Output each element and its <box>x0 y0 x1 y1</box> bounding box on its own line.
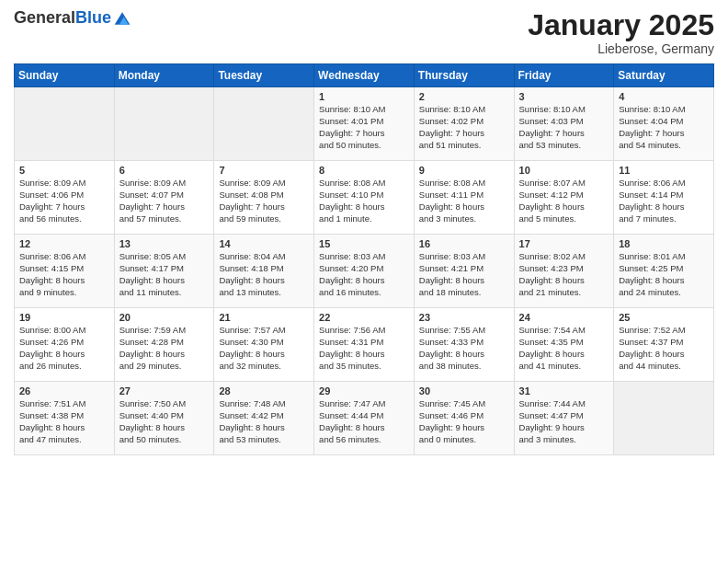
header: GeneralBlue January 2025 Lieberose, Germ… <box>14 9 714 56</box>
calendar-cell: 5Sunrise: 8:09 AM Sunset: 4:06 PM Daylig… <box>15 161 115 235</box>
day-number: 9 <box>419 165 509 176</box>
day-info: Sunrise: 8:01 AM Sunset: 4:25 PM Dayligh… <box>619 251 709 298</box>
day-info: Sunrise: 8:09 AM Sunset: 4:07 PM Dayligh… <box>119 178 210 224</box>
day-number: 19 <box>19 312 109 323</box>
week-row-1: 5Sunrise: 8:09 AM Sunset: 4:06 PM Daylig… <box>15 161 714 235</box>
day-number: 5 <box>19 165 109 176</box>
day-info: Sunrise: 7:51 AM Sunset: 4:38 PM Dayligh… <box>19 398 109 445</box>
day-info: Sunrise: 8:03 AM Sunset: 4:21 PM Dayligh… <box>419 251 509 298</box>
calendar-cell: 25Sunrise: 7:52 AM Sunset: 4:37 PM Dayli… <box>614 308 714 382</box>
day-number: 22 <box>319 312 409 323</box>
day-info: Sunrise: 8:06 AM Sunset: 4:14 PM Dayligh… <box>619 178 709 224</box>
day-number: 7 <box>219 165 309 176</box>
calendar-cell: 17Sunrise: 8:02 AM Sunset: 4:23 PM Dayli… <box>514 235 614 308</box>
logo-blue: Blue <box>75 8 111 27</box>
calendar: Sunday Monday Tuesday Wednesday Thursday… <box>14 63 714 455</box>
day-info: Sunrise: 8:08 AM Sunset: 4:10 PM Dayligh… <box>319 178 409 224</box>
calendar-cell <box>214 87 314 161</box>
day-number: 23 <box>419 312 509 323</box>
calendar-cell: 23Sunrise: 7:55 AM Sunset: 4:33 PM Dayli… <box>414 308 514 382</box>
day-number: 2 <box>419 91 509 102</box>
calendar-cell: 8Sunrise: 8:08 AM Sunset: 4:10 PM Daylig… <box>314 161 415 235</box>
day-info: Sunrise: 8:10 AM Sunset: 4:04 PM Dayligh… <box>619 104 709 151</box>
calendar-cell: 26Sunrise: 7:51 AM Sunset: 4:38 PM Dayli… <box>15 382 115 455</box>
calendar-cell: 6Sunrise: 8:09 AM Sunset: 4:07 PM Daylig… <box>114 161 214 235</box>
calendar-cell: 27Sunrise: 7:50 AM Sunset: 4:40 PM Dayli… <box>114 382 214 455</box>
calendar-cell: 21Sunrise: 7:57 AM Sunset: 4:30 PM Dayli… <box>214 308 314 382</box>
calendar-cell: 18Sunrise: 8:01 AM Sunset: 4:25 PM Dayli… <box>614 235 714 308</box>
day-info: Sunrise: 8:08 AM Sunset: 4:11 PM Dayligh… <box>419 178 509 224</box>
month-title: January 2025 <box>528 9 714 41</box>
title-section: January 2025 Lieberose, Germany <box>528 9 714 56</box>
header-tuesday: Tuesday <box>214 64 314 87</box>
header-thursday: Thursday <box>414 64 514 87</box>
calendar-cell: 12Sunrise: 8:06 AM Sunset: 4:15 PM Dayli… <box>15 235 115 308</box>
calendar-cell: 16Sunrise: 8:03 AM Sunset: 4:21 PM Dayli… <box>414 235 514 308</box>
day-number: 27 <box>119 385 210 396</box>
header-saturday: Saturday <box>614 64 714 87</box>
day-number: 4 <box>619 91 709 102</box>
calendar-cell: 10Sunrise: 8:07 AM Sunset: 4:12 PM Dayli… <box>514 161 614 235</box>
location: Lieberose, Germany <box>528 41 714 56</box>
day-number: 25 <box>619 312 709 323</box>
day-number: 21 <box>219 312 309 323</box>
day-info: Sunrise: 7:48 AM Sunset: 4:42 PM Dayligh… <box>219 398 309 445</box>
calendar-cell: 1Sunrise: 8:10 AM Sunset: 4:01 PM Daylig… <box>314 87 415 161</box>
calendar-cell: 14Sunrise: 8:04 AM Sunset: 4:18 PM Dayli… <box>214 235 314 308</box>
header-sunday: Sunday <box>15 64 115 87</box>
day-number: 11 <box>619 165 709 176</box>
day-number: 16 <box>419 238 509 249</box>
header-wednesday: Wednesday <box>314 64 415 87</box>
calendar-cell: 7Sunrise: 8:09 AM Sunset: 4:08 PM Daylig… <box>214 161 314 235</box>
week-row-0: 1Sunrise: 8:10 AM Sunset: 4:01 PM Daylig… <box>15 87 714 161</box>
day-info: Sunrise: 7:55 AM Sunset: 4:33 PM Dayligh… <box>419 325 509 372</box>
day-info: Sunrise: 8:00 AM Sunset: 4:26 PM Dayligh… <box>19 325 109 372</box>
day-number: 10 <box>519 165 609 176</box>
day-info: Sunrise: 8:10 AM Sunset: 4:01 PM Dayligh… <box>319 104 409 151</box>
day-number: 28 <box>219 385 309 396</box>
day-info: Sunrise: 7:59 AM Sunset: 4:28 PM Dayligh… <box>119 325 210 372</box>
day-info: Sunrise: 7:54 AM Sunset: 4:35 PM Dayligh… <box>519 325 609 372</box>
calendar-cell: 29Sunrise: 7:47 AM Sunset: 4:44 PM Dayli… <box>314 382 415 455</box>
weekday-header-row: Sunday Monday Tuesday Wednesday Thursday… <box>15 64 714 87</box>
logo-general: General <box>14 8 75 27</box>
day-info: Sunrise: 7:50 AM Sunset: 4:40 PM Dayligh… <box>119 398 210 445</box>
day-info: Sunrise: 7:47 AM Sunset: 4:44 PM Dayligh… <box>319 398 409 445</box>
day-info: Sunrise: 8:04 AM Sunset: 4:18 PM Dayligh… <box>219 251 309 298</box>
calendar-cell: 24Sunrise: 7:54 AM Sunset: 4:35 PM Dayli… <box>514 308 614 382</box>
day-number: 8 <box>319 165 409 176</box>
calendar-cell: 30Sunrise: 7:45 AM Sunset: 4:46 PM Dayli… <box>414 382 514 455</box>
calendar-cell: 19Sunrise: 8:00 AM Sunset: 4:26 PM Dayli… <box>15 308 115 382</box>
calendar-cell: 31Sunrise: 7:44 AM Sunset: 4:47 PM Dayli… <box>514 382 614 455</box>
day-info: Sunrise: 7:56 AM Sunset: 4:31 PM Dayligh… <box>319 325 409 372</box>
day-info: Sunrise: 8:02 AM Sunset: 4:23 PM Dayligh… <box>519 251 609 298</box>
calendar-cell: 28Sunrise: 7:48 AM Sunset: 4:42 PM Dayli… <box>214 382 314 455</box>
day-number: 15 <box>319 238 409 249</box>
calendar-cell <box>114 87 214 161</box>
week-row-4: 26Sunrise: 7:51 AM Sunset: 4:38 PM Dayli… <box>15 382 714 455</box>
day-info: Sunrise: 8:06 AM Sunset: 4:15 PM Dayligh… <box>19 251 109 298</box>
day-info: Sunrise: 8:09 AM Sunset: 4:08 PM Dayligh… <box>219 178 309 224</box>
week-row-2: 12Sunrise: 8:06 AM Sunset: 4:15 PM Dayli… <box>15 235 714 308</box>
calendar-cell: 20Sunrise: 7:59 AM Sunset: 4:28 PM Dayli… <box>114 308 214 382</box>
day-info: Sunrise: 8:05 AM Sunset: 4:17 PM Dayligh… <box>119 251 210 298</box>
page-container: GeneralBlue January 2025 Lieberose, Germ… <box>0 0 728 563</box>
day-number: 29 <box>319 385 409 396</box>
day-info: Sunrise: 7:45 AM Sunset: 4:46 PM Dayligh… <box>419 398 509 445</box>
day-number: 24 <box>519 312 609 323</box>
calendar-cell <box>614 382 714 455</box>
calendar-cell: 15Sunrise: 8:03 AM Sunset: 4:20 PM Dayli… <box>314 235 415 308</box>
day-number: 17 <box>519 238 609 249</box>
logo-icon <box>113 9 131 28</box>
day-info: Sunrise: 8:09 AM Sunset: 4:06 PM Dayligh… <box>19 178 109 224</box>
day-number: 30 <box>419 385 509 396</box>
calendar-cell: 2Sunrise: 8:10 AM Sunset: 4:02 PM Daylig… <box>414 87 514 161</box>
day-info: Sunrise: 8:03 AM Sunset: 4:20 PM Dayligh… <box>319 251 409 298</box>
calendar-cell: 22Sunrise: 7:56 AM Sunset: 4:31 PM Dayli… <box>314 308 415 382</box>
calendar-cell: 3Sunrise: 8:10 AM Sunset: 4:03 PM Daylig… <box>514 87 614 161</box>
day-number: 26 <box>19 385 109 396</box>
day-info: Sunrise: 7:44 AM Sunset: 4:47 PM Dayligh… <box>519 398 609 445</box>
day-number: 3 <box>519 91 609 102</box>
calendar-cell: 9Sunrise: 8:08 AM Sunset: 4:11 PM Daylig… <box>414 161 514 235</box>
day-info: Sunrise: 7:52 AM Sunset: 4:37 PM Dayligh… <box>619 325 709 372</box>
